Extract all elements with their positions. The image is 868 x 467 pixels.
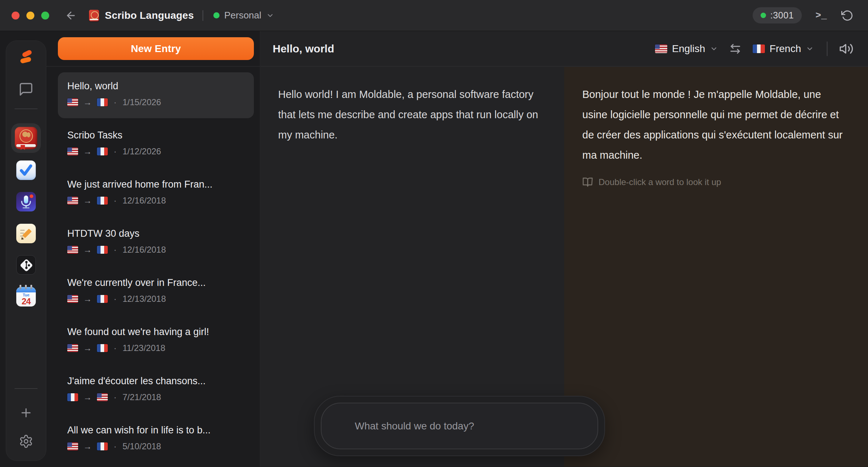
source-flag-icon <box>67 98 78 106</box>
terminal-icon: >_ <box>816 10 827 21</box>
entry-list-item[interactable]: All we can wish for in life is to b... →… <box>58 416 254 462</box>
close-window-button[interactable] <box>12 12 20 20</box>
target-flag-icon <box>97 442 108 450</box>
entry-list-item[interactable]: We're currently over in France... → · 12… <box>58 269 254 315</box>
source-language-label: English <box>672 43 705 55</box>
entry-date: 12/16/2018 <box>123 245 166 255</box>
chevron-down-icon <box>710 45 718 53</box>
dot-separator: · <box>114 196 117 205</box>
entry-title: We just arrived home from Fran... <box>67 179 244 190</box>
speak-button[interactable] <box>839 42 854 56</box>
target-flag-icon <box>97 98 108 106</box>
target-flag-icon <box>97 344 108 352</box>
entry-list: Hello, world → · 1/15/2026 Scribo Tasks … <box>46 67 260 466</box>
entry-list-item[interactable]: We just arrived home from Fran... → · 12… <box>58 171 254 217</box>
moldable-logo-icon[interactable] <box>17 50 35 65</box>
arrow-right-icon: → <box>83 442 92 451</box>
refresh-button[interactable] <box>841 9 854 22</box>
terminal-button[interactable]: >_ <box>816 10 827 21</box>
arrow-right-icon: → <box>83 196 92 205</box>
titlebar: Scribo Languages Personal :3001 >_ <box>0 0 868 31</box>
dot-separator: · <box>114 98 117 107</box>
back-button[interactable] <box>65 10 77 21</box>
dot-separator: · <box>114 343 117 353</box>
source-flag-icon <box>67 295 78 303</box>
dot-separator: · <box>114 442 117 451</box>
workspace-label: Personal <box>224 10 261 21</box>
rail-item-notes[interactable] <box>16 224 36 243</box>
entry-meta: → · 1/15/2026 <box>67 97 244 107</box>
target-language-select[interactable]: French <box>753 43 814 55</box>
entry-date: 5/10/2018 <box>123 441 161 451</box>
entry-list-item[interactable]: HTDTW 30 days → · 12/16/2018 <box>58 220 254 266</box>
entry-list-item[interactable]: Hello, world → · 1/15/2026 <box>58 72 254 118</box>
entry-meta: → · 11/23/2018 <box>67 343 244 353</box>
entry-date: 12/13/2018 <box>123 294 166 304</box>
target-text-panel: Bonjour tout le monde ! Je m'appelle Mol… <box>564 67 868 467</box>
source-flag-icon <box>67 147 78 155</box>
entry-date: 1/12/2026 <box>123 146 161 157</box>
entry-list-item[interactable]: J'aime d'écouter les chansons... → · 7/2… <box>58 367 254 413</box>
entry-meta: → · 12/16/2018 <box>67 245 244 255</box>
settings-button[interactable] <box>19 434 33 449</box>
target-text[interactable]: Bonjour tout le monde ! Je m'appelle Mol… <box>582 84 843 165</box>
zoom-window-button[interactable] <box>41 12 49 20</box>
titlebar-right-controls: :3001 >_ <box>753 7 854 23</box>
entry-meta: → · 1/12/2026 <box>67 146 244 157</box>
source-language-select[interactable]: English <box>655 43 718 55</box>
tasks-app-icon <box>16 160 36 180</box>
traffic-lights <box>12 12 49 20</box>
workspace-switcher[interactable]: Personal <box>213 10 274 21</box>
new-entry-button[interactable]: New Entry <box>58 37 254 60</box>
swap-languages-button[interactable] <box>729 42 742 55</box>
target-flag-icon <box>97 197 108 205</box>
chat-input[interactable] <box>322 420 597 432</box>
chevron-down-icon <box>266 12 274 20</box>
refresh-icon <box>841 9 854 22</box>
dot-separator: · <box>114 147 117 156</box>
target-flag-icon <box>97 393 108 401</box>
rail-item-calendar[interactable]: Tue 24 <box>16 287 36 307</box>
minimize-window-button[interactable] <box>26 12 34 20</box>
book-open-icon <box>582 177 593 188</box>
sidebar-header: New Entry <box>46 31 260 67</box>
target-flag-icon <box>97 295 108 303</box>
rail-item-git[interactable] <box>16 255 36 275</box>
rail-item-voice[interactable] <box>16 192 36 211</box>
speaker-icon <box>839 42 854 56</box>
port-badge[interactable]: :3001 <box>753 7 802 23</box>
rail-item-tasks[interactable] <box>16 160 36 180</box>
rail-item-scribo-languages[interactable] <box>11 123 41 153</box>
page-title: Hello, world <box>273 43 334 55</box>
calendar-app-icon: Tue 24 <box>16 287 36 307</box>
notes-app-icon <box>16 224 36 243</box>
source-flag-icon <box>67 246 78 254</box>
voice-memo-app-icon <box>16 192 36 211</box>
dot-separator: · <box>114 294 117 304</box>
entry-list-item[interactable]: We found out we're having a girl! → · 11… <box>58 318 254 364</box>
dot-separator: · <box>114 245 117 254</box>
git-app-icon <box>16 255 36 275</box>
entry-list-item[interactable]: Scribo Tasks → · 1/12/2026 <box>58 121 254 167</box>
fr-flag-icon <box>753 44 765 53</box>
main-header: Hello, world English French <box>261 31 868 67</box>
app-rail: Tue 24 <box>6 40 46 461</box>
entry-meta: → · 12/16/2018 <box>67 196 244 206</box>
app-title: Scribo Languages <box>105 10 194 21</box>
chat-bubble-icon[interactable] <box>18 82 34 97</box>
entry-title: We found out we're having a girl! <box>67 326 244 338</box>
entry-title: Hello, world <box>67 81 244 92</box>
arrow-right-icon: → <box>83 98 92 107</box>
entry-meta: → · 5/10/2018 <box>67 441 244 451</box>
rail-divider <box>14 108 38 109</box>
entry-title: J'aime d'écouter les chansons... <box>67 376 244 387</box>
source-flag-icon <box>67 442 78 450</box>
source-text[interactable]: Hello world! I am Moldable, a personal s… <box>278 84 539 145</box>
entry-title: HTDTW 30 days <box>67 228 244 239</box>
entry-date: 12/16/2018 <box>123 196 166 206</box>
entry-meta: → · 12/13/2018 <box>67 294 244 304</box>
source-flag-icon <box>67 344 78 352</box>
add-app-button[interactable] <box>19 406 33 420</box>
arrow-right-icon: → <box>83 245 92 254</box>
workspace-status-dot <box>213 12 220 18</box>
